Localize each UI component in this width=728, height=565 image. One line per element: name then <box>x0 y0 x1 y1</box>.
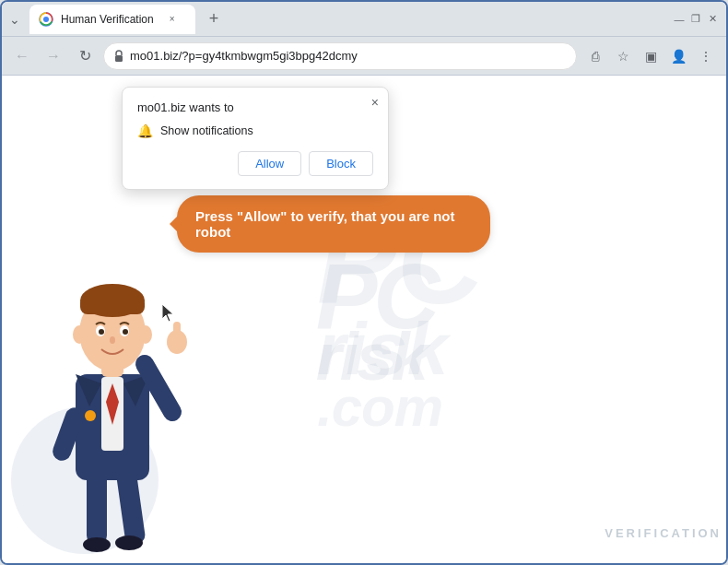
watermark-text: PC risk <box>316 250 437 390</box>
allow-button[interactable]: Allow <box>238 151 301 176</box>
character-svg <box>20 222 205 563</box>
svg-point-6 <box>115 536 143 550</box>
browser-tab[interactable]: Human Verification × <box>29 5 195 34</box>
svg-point-12 <box>85 410 96 421</box>
lock-icon <box>113 50 124 63</box>
profile-button[interactable]: 👤 <box>665 43 691 69</box>
svg-point-5 <box>83 537 111 552</box>
svg-point-23 <box>99 329 104 335</box>
restore-button[interactable]: ❐ <box>689 13 702 26</box>
close-button[interactable]: ✕ <box>706 13 719 26</box>
notification-popup: × mo01.biz wants to 🔔 Show notifications… <box>122 87 389 190</box>
chevron-icon: ⌄ <box>9 12 20 27</box>
bookmark-button[interactable]: ☆ <box>610 43 636 69</box>
forward-button[interactable]: → <box>41 43 66 69</box>
share-button[interactable]: ⎙ <box>582 43 608 69</box>
character-area <box>20 222 223 563</box>
popup-title: mo01.biz wants to <box>137 100 373 114</box>
title-bar: ⌄ Human Verification × + — ❐ ✕ <box>2 2 726 37</box>
title-bar-left: ⌄ Human Verification × + <box>9 5 673 34</box>
svg-point-25 <box>110 336 115 344</box>
notification-row: 🔔 Show notifications <box>137 124 373 138</box>
chrome-icon <box>39 12 53 27</box>
svg-rect-16 <box>173 322 181 345</box>
watermark-bottom: VERIFICATION <box>605 526 722 540</box>
speech-bubble: Press "Allow" to verify, that you are no… <box>177 195 490 253</box>
svg-point-24 <box>123 329 128 335</box>
reload-button[interactable]: ↻ <box>72 43 98 69</box>
new-tab-button[interactable]: + <box>201 6 227 32</box>
address-bar[interactable]: mo01.biz/?p=gy4tkmbwgm5gi3bpg42dcmy <box>103 42 577 70</box>
browser-window: ⌄ Human Verification × + — ❐ ✕ ← <box>0 0 728 565</box>
block-button[interactable]: Block <box>309 151 373 176</box>
watermark-risk: risk <box>316 324 437 390</box>
svg-point-27 <box>139 325 152 344</box>
svg-rect-2 <box>115 55 123 62</box>
cursor-icon <box>162 304 175 323</box>
menu-button[interactable]: ⋮ <box>693 43 719 69</box>
notification-label: Show notifications <box>160 124 253 137</box>
speech-bubble-text: Press "Allow" to verify, that you are no… <box>195 208 455 240</box>
page-content: PC risk VERIFICATION × mo01.biz wants to… <box>2 76 726 563</box>
popup-close-button[interactable]: × <box>371 95 379 110</box>
window-controls: — ❐ ✕ <box>673 13 719 26</box>
svg-rect-20 <box>80 296 145 314</box>
nav-actions: ⎙ ☆ ▣ 👤 ⋮ <box>582 43 719 69</box>
bell-icon: 🔔 <box>137 124 153 138</box>
address-text: mo01.biz/?p=gy4tkmbwgm5gi3bpg42dcmy <box>130 49 567 63</box>
tab-close-button[interactable]: × <box>165 12 180 27</box>
svg-point-1 <box>43 17 49 22</box>
back-button[interactable]: ← <box>9 43 35 69</box>
svg-rect-3 <box>87 471 107 545</box>
cursor <box>162 304 173 321</box>
minimize-button[interactable]: — <box>673 13 686 26</box>
sidebar-button[interactable]: ▣ <box>638 43 663 69</box>
tab-title: Human Verification <box>61 13 154 26</box>
svg-point-26 <box>73 325 86 344</box>
popup-buttons: Allow Block <box>137 151 373 176</box>
nav-bar: ← → ↻ mo01.biz/?p=gy4tkmbwgm5gi3bpg42dcm… <box>2 37 726 76</box>
